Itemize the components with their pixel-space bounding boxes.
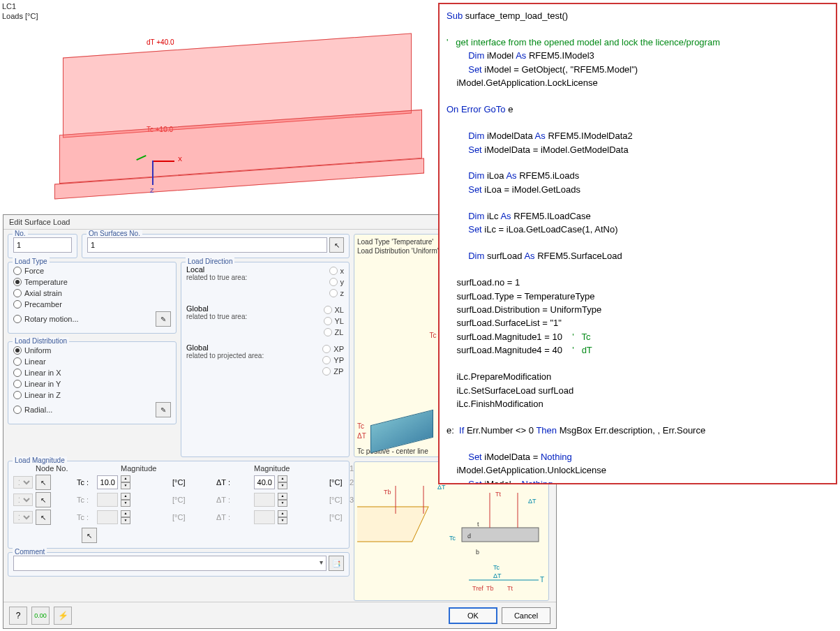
svg-text:Tb: Tb [384, 489, 391, 496]
magnitude-header-2: Magnitude [254, 464, 347, 473]
ok-button[interactable]: OK [449, 607, 497, 624]
dt-unit-1: [°C] [329, 478, 347, 487]
load-type-force[interactable]: Force [13, 265, 171, 276]
tc-label-3: Tc : [77, 513, 94, 521]
no-legend: No. [13, 230, 28, 237]
ld-local-y[interactable]: y [329, 276, 345, 288]
ld-global-proj-sublabel: related to projected area: [186, 352, 264, 359]
tc-input-3 [97, 510, 118, 524]
ld-local-z[interactable]: z [329, 288, 345, 299]
ld-global-zl[interactable]: ZL [324, 327, 344, 338]
dt-input-1[interactable] [254, 475, 275, 489]
tc-unit-2: [°C] [172, 496, 190, 504]
load-magnitude-legend: Load Magnitude [13, 456, 67, 464]
svg-text:Tref: Tref [472, 585, 483, 592]
load-dist-legend: Load Distribution [13, 337, 69, 345]
load-dist-uniform[interactable]: Uniform [13, 345, 171, 356]
tc-input-1[interactable] [97, 475, 118, 489]
svg-text:ΔT: ΔT [437, 484, 446, 491]
dt-spinner-2: ▲▼ [278, 493, 287, 507]
load-dist-linear-x[interactable]: Linear in X [13, 367, 171, 378]
rotary-motion-edit-button[interactable]: ✎ [156, 311, 171, 327]
pick-surfaces-button[interactable]: ↖ [329, 237, 344, 253]
tc-spinner-3: ▲▼ [121, 510, 130, 524]
node-no-header: Node No. [36, 464, 94, 473]
ld-global-yl[interactable]: YL [324, 316, 344, 327]
load-type-legend: Load Type [13, 258, 50, 265]
tc-label-1: Tc : [77, 478, 94, 487]
node3-dropdown: 1 [13, 511, 33, 524]
no-input[interactable] [13, 237, 72, 253]
svg-text:Tt: Tt [507, 585, 513, 592]
load-type-axial-strain[interactable]: Axial strain [13, 288, 171, 299]
lc-label: LC1 [2, 2, 16, 10]
extra-button[interactable]: ⚡ [54, 607, 72, 625]
node3-pick-button: ↖ [36, 510, 51, 525]
load-type-precamber[interactable]: Precamber [13, 299, 171, 310]
dt-annotation: dT +40.0 [147, 38, 174, 46]
ld-local-x[interactable]: x [329, 265, 345, 276]
ld-global-zp[interactable]: ZP [322, 366, 344, 377]
svg-text:Tc: Tc [493, 564, 500, 571]
load-dist-linear-z[interactable]: Linear in Z [13, 389, 171, 401]
load-type-temperature[interactable]: Temperature [13, 276, 171, 288]
load-dist-linear[interactable]: Linear [13, 356, 171, 367]
comment-fieldset: Comment 📑 [8, 552, 350, 577]
svg-text:b: b [476, 549, 479, 556]
units-button[interactable]: 0.00 [31, 607, 50, 625]
magnitude-header-1: Magnitude [121, 464, 213, 473]
dt-label-3: ΔT : [216, 513, 251, 521]
axis-z [152, 161, 153, 185]
comment-library-button[interactable]: 📑 [329, 556, 344, 571]
svg-text:ΔT: ΔT [528, 498, 537, 505]
cancel-button[interactable]: Cancel [502, 607, 550, 624]
svg-rect-0 [357, 507, 428, 542]
tc-unit-1: [°C] [172, 478, 190, 487]
load-direction-legend: Load Direction [186, 258, 234, 265]
load-magnitude-fieldset: Load Magnitude Node No. Magnitude Magnit… [8, 461, 350, 549]
ld-global-xp[interactable]: XP [322, 343, 344, 355]
comment-combobox[interactable] [13, 556, 327, 571]
svg-text:Tb: Tb [486, 585, 494, 592]
axis-x [153, 161, 174, 162]
node1-dropdown[interactable]: 1 [13, 476, 33, 489]
load-dist-linear-y[interactable]: Linear in Y [13, 378, 171, 389]
svg-text:Tc: Tc [449, 535, 456, 542]
dt-unit-2: [°C] [329, 496, 347, 504]
vba-code-panel: Sub surface_temp_load_test() ' get inter… [438, 3, 837, 484]
ld-global-proj-label: Global [186, 343, 264, 352]
dt-spinner-3: ▲▼ [278, 510, 287, 524]
comment-legend: Comment [13, 548, 47, 556]
svg-text:d: d [467, 533, 471, 540]
ld-local-sublabel: related to true area: [186, 274, 247, 281]
load-distribution-fieldset: Load Distribution Uniform Linear Linear … [8, 341, 177, 424]
load-direction-fieldset: Load Direction Local related to true are… [181, 262, 350, 457]
node1-pick-button[interactable]: ↖ [36, 475, 51, 490]
on-surfaces-input[interactable] [87, 237, 327, 253]
node2-pick-button: ↖ [36, 492, 51, 507]
axis-z-label: Z [150, 187, 154, 194]
dt-input-3 [254, 510, 275, 524]
svg-rect-1 [462, 528, 539, 542]
svg-text:Tt: Tt [495, 491, 501, 498]
load-type-rotary-motion[interactable]: Rotary motion...✎ [13, 310, 171, 328]
svg-text:ΔT: ΔT [493, 572, 502, 579]
magnitude-pick-button[interactable]: ↖ [82, 528, 97, 543]
load-dist-radial[interactable]: Radial...✎ [13, 401, 171, 419]
dt-spinner-1[interactable]: ▲▼ [278, 475, 287, 489]
no-fieldset: No. [8, 234, 77, 258]
preview-title-line1: Load Type 'Temperature' [357, 238, 433, 246]
ld-global-yp[interactable]: YP [322, 355, 344, 366]
help-button[interactable]: ? [9, 607, 27, 625]
dt-label-2: ΔT : [216, 496, 251, 504]
svg-text:t: t [477, 521, 479, 528]
on-surfaces-legend: On Surfaces No. [87, 230, 142, 237]
tc-label-2: Tc : [77, 496, 94, 504]
radial-edit-button[interactable]: ✎ [156, 402, 171, 417]
svg-text:T: T [540, 576, 544, 584]
tc-spinner-1[interactable]: ▲▼ [121, 475, 130, 489]
tc-unit-3: [°C] [172, 513, 190, 521]
tc-input-2 [97, 493, 118, 507]
ld-global-xl[interactable]: XL [324, 304, 344, 316]
load-type-fieldset: Load Type Force Temperature Axial strain… [8, 262, 177, 334]
